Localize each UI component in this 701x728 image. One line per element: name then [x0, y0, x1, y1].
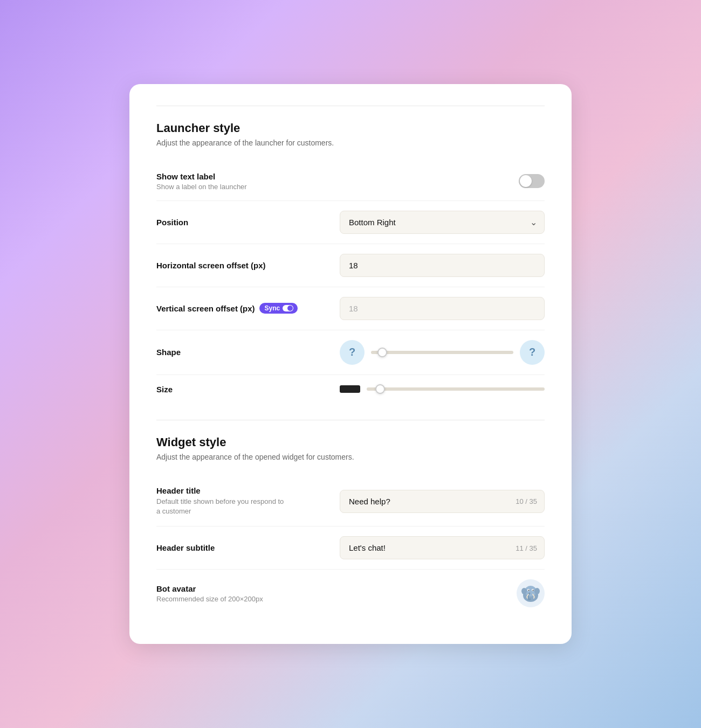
horizontal-offset-input[interactable]	[340, 254, 545, 277]
widget-section: Widget style Adjust the appearance of th…	[156, 435, 545, 617]
shape-right-icon: ?	[520, 340, 545, 365]
section-divider	[156, 420, 545, 420]
position-row: Position Bottom Right Bottom Left Top Ri…	[156, 201, 545, 244]
top-divider	[156, 106, 545, 106]
shape-row: Shape ? ?	[156, 330, 545, 375]
header-subtitle-row: Header subtitle 11 / 35	[156, 526, 545, 570]
bot-avatar-row: Bot avatar Recommended size of 200×200px	[156, 570, 545, 617]
size-label: Size	[156, 385, 340, 394]
svg-point-4	[534, 588, 540, 594]
position-select-wrapper: Bottom Right Bottom Left Top Right Top L…	[340, 211, 545, 234]
vertical-offset-row: Vertical screen offset (px) Sync	[156, 287, 545, 330]
launcher-section: Launcher style Adjust the appearance of …	[156, 121, 545, 404]
bot-avatar-icon[interactable]	[517, 579, 545, 607]
show-text-label-toggle[interactable]	[519, 174, 545, 188]
header-title-label: Header title	[156, 486, 340, 495]
header-title-row: Header title Default title shown before …	[156, 476, 545, 526]
position-select[interactable]: Bottom Right Bottom Left Top Right Top L…	[340, 211, 545, 234]
svg-point-3	[521, 588, 527, 594]
svg-point-8	[533, 590, 534, 591]
widget-subtitle: Adjust the appearance of the opened widg…	[156, 453, 545, 461]
size-slider[interactable]	[367, 387, 545, 391]
size-icon	[340, 385, 360, 393]
shape-label: Shape	[156, 348, 340, 357]
header-subtitle-input[interactable]	[340, 536, 545, 559]
bot-avatar-label: Bot avatar	[156, 584, 340, 593]
sync-badge[interactable]: Sync	[259, 303, 298, 314]
vertical-offset-input[interactable]	[340, 297, 545, 320]
header-subtitle-label: Header subtitle	[156, 543, 340, 552]
shape-slider[interactable]	[371, 351, 513, 354]
size-slider-wrapper	[340, 385, 545, 393]
launcher-title: Launcher style	[156, 121, 545, 135]
widget-title: Widget style	[156, 435, 545, 449]
sync-toggle	[283, 305, 293, 311]
shape-slider-wrapper: ? ?	[340, 340, 545, 365]
bot-avatar-sublabel: Recommended size of 200×200px	[156, 595, 340, 603]
position-label: Position	[156, 218, 340, 227]
header-title-input-wrapper: 10 / 35	[340, 490, 545, 513]
vertical-offset-label: Vertical screen offset (px) Sync	[156, 303, 298, 314]
header-subtitle-input-wrapper: 11 / 35	[340, 536, 545, 559]
horizontal-offset-row: Horizontal screen offset (px)	[156, 244, 545, 287]
launcher-subtitle: Adjust the appearance of the launcher fo…	[156, 138, 545, 147]
toggle-knob	[520, 175, 532, 187]
header-title-sublabel: Default title shown before you respond t…	[156, 497, 286, 516]
show-text-label-sublabel: Show a label on the launcher	[156, 183, 340, 191]
svg-point-7	[528, 590, 530, 591]
show-text-label-label: Show text label	[156, 172, 340, 181]
horizontal-offset-label: Horizontal screen offset (px)	[156, 261, 340, 270]
main-card: Launcher style Adjust the appearance of …	[129, 84, 572, 644]
show-text-label-row: Show text label Show a label on the laun…	[156, 162, 545, 201]
header-title-input[interactable]	[340, 490, 545, 513]
shape-left-icon: ?	[340, 340, 365, 365]
size-row: Size	[156, 375, 545, 404]
